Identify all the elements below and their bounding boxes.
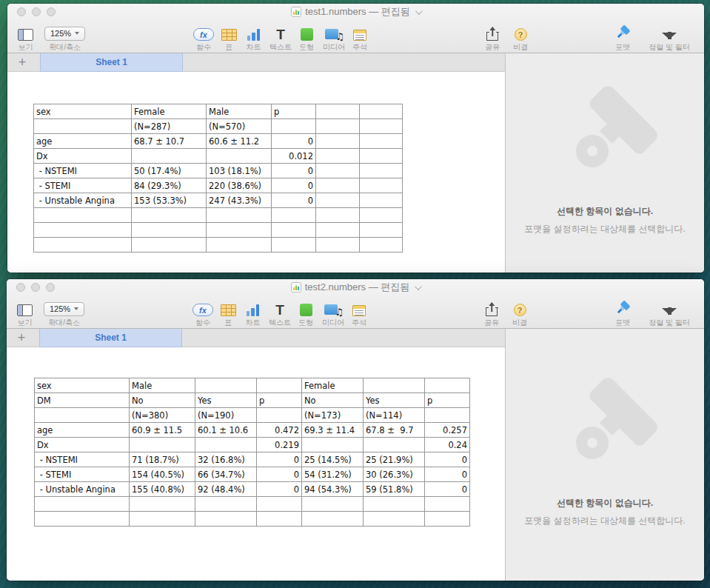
- table-cell[interactable]: [316, 104, 360, 119]
- table-cell[interactable]: [34, 208, 132, 223]
- table-cell[interactable]: [130, 438, 195, 452]
- table-cell[interactable]: 25 (14.5%): [302, 452, 364, 467]
- table-cell[interactable]: Yes: [195, 393, 257, 408]
- table-cell[interactable]: age: [34, 134, 132, 149]
- table-cell[interactable]: 0: [272, 178, 316, 193]
- table-cell[interactable]: 59 (51.8%): [364, 482, 425, 497]
- table-cell[interactable]: - STEMI: [34, 178, 132, 193]
- table-cell[interactable]: 50 (17.4%): [132, 164, 207, 178]
- table-cell[interactable]: 0.257: [425, 423, 470, 438]
- table-cell[interactable]: [364, 438, 425, 452]
- sort-filter-button[interactable]: 정렬 및 필터: [640, 22, 698, 53]
- zoom-control[interactable]: 125% 확대/축소: [44, 298, 84, 328]
- text-button[interactable]: T 텍스트: [267, 22, 294, 53]
- chart-button[interactable]: 차트: [239, 298, 267, 328]
- table-cell[interactable]: [257, 408, 302, 423]
- table-cell[interactable]: 60.6 ± 11.2: [207, 134, 272, 149]
- sheet-canvas[interactable]: sexFemaleMalep(N=287)(N=570)age68.7 ± 10…: [7, 72, 505, 273]
- table-cell[interactable]: [272, 208, 316, 223]
- table-cell[interactable]: 0: [272, 164, 316, 178]
- comment-button[interactable]: 주석: [349, 22, 371, 53]
- table-cell[interactable]: sex: [34, 104, 132, 119]
- table-cell[interactable]: [34, 238, 132, 253]
- sheet-tab-active[interactable]: Sheet 1: [40, 53, 183, 72]
- table-cell[interactable]: 220 (38.6%): [207, 178, 272, 193]
- table-cell[interactable]: 60.1 ± 10.6: [195, 423, 257, 438]
- help-button[interactable]: ? 비결: [509, 298, 531, 328]
- table-cell[interactable]: 0.219: [257, 438, 302, 452]
- table-cell[interactable]: [302, 438, 364, 452]
- table-cell[interactable]: [316, 164, 360, 178]
- table-cell[interactable]: [207, 149, 272, 164]
- view-button[interactable]: 보기: [17, 298, 33, 328]
- table-cell[interactable]: [316, 119, 360, 134]
- table-cell[interactable]: [360, 238, 403, 253]
- table-cell[interactable]: [360, 134, 403, 149]
- table-cell[interactable]: p: [425, 393, 470, 408]
- table-cell[interactable]: - Unstable Angina: [34, 193, 132, 208]
- table-cell[interactable]: p: [257, 393, 302, 408]
- help-button[interactable]: ? 비결: [509, 22, 532, 53]
- shape-button[interactable]: 도형: [294, 22, 319, 53]
- table-cell[interactable]: 92 (48.4%): [195, 482, 257, 497]
- table-cell[interactable]: Female: [132, 104, 207, 119]
- function-button[interactable]: fx 함수: [190, 22, 218, 53]
- table-cell[interactable]: 0.24: [425, 438, 470, 452]
- table-cell[interactable]: [195, 438, 257, 452]
- table-cell[interactable]: [195, 378, 257, 393]
- table-cell[interactable]: 71 (18.7%): [130, 452, 195, 467]
- table-cell[interactable]: 25 (21.9%): [364, 452, 425, 467]
- table-button[interactable]: 표: [217, 298, 239, 328]
- table-cell[interactable]: 0: [257, 467, 302, 482]
- table-cell[interactable]: [257, 512, 302, 527]
- table-cell[interactable]: [360, 104, 403, 119]
- table-cell[interactable]: [425, 512, 470, 527]
- title-chevron-icon[interactable]: [415, 283, 422, 290]
- table-cell[interactable]: Female: [302, 378, 364, 393]
- media-button[interactable]: ♫ 미디어: [318, 298, 348, 328]
- text-button[interactable]: T 텍스트: [267, 298, 293, 328]
- table-cell[interactable]: 0: [425, 467, 470, 482]
- table-cell[interactable]: (N=287): [132, 119, 207, 134]
- table-cell[interactable]: [130, 512, 195, 527]
- table-cell[interactable]: [360, 119, 403, 134]
- function-button[interactable]: fx 함수: [189, 298, 217, 328]
- table-cell[interactable]: 69.3 ± 11.4: [302, 423, 364, 438]
- table-cell[interactable]: [360, 223, 403, 238]
- table-cell[interactable]: [316, 223, 360, 238]
- chart-button[interactable]: 차트: [240, 22, 267, 53]
- table-cell[interactable]: Male: [207, 104, 272, 119]
- table-cell[interactable]: - STEMI: [35, 467, 130, 482]
- table-cell[interactable]: 0: [425, 482, 470, 497]
- minimize-button[interactable]: [32, 7, 41, 16]
- table-cell[interactable]: (N=173): [302, 408, 364, 423]
- table-cell[interactable]: 67.8 ± 9.7: [364, 423, 425, 438]
- table-cell[interactable]: [425, 378, 470, 393]
- table-cell[interactable]: [302, 512, 364, 527]
- table-cell[interactable]: [302, 497, 364, 512]
- close-button[interactable]: [17, 7, 26, 16]
- sort-filter-button[interactable]: 정렬 및 필터: [640, 298, 698, 328]
- table-cell[interactable]: Dx: [34, 149, 132, 164]
- table-cell[interactable]: No: [302, 393, 364, 408]
- table-cell[interactable]: [132, 223, 207, 238]
- table-cell[interactable]: 0: [257, 452, 302, 467]
- table-cell[interactable]: [272, 119, 316, 134]
- table-cell[interactable]: 155 (40.8%): [130, 482, 195, 497]
- table-cell[interactable]: (N=380): [130, 408, 195, 423]
- table-cell[interactable]: 30 (26.3%): [364, 467, 425, 482]
- table-cell[interactable]: Yes: [364, 393, 425, 408]
- table-cell[interactable]: 247 (43.3%): [207, 193, 272, 208]
- table-cell[interactable]: [132, 149, 207, 164]
- table-cell[interactable]: [316, 238, 360, 253]
- share-button[interactable]: 공유: [480, 298, 503, 328]
- table-cell[interactable]: No: [130, 393, 195, 408]
- table-cell[interactable]: [360, 193, 403, 208]
- table-cell[interactable]: [34, 223, 132, 238]
- table-cell[interactable]: [316, 134, 360, 149]
- table-cell[interactable]: Male: [130, 378, 195, 393]
- table-cell[interactable]: age: [35, 423, 130, 438]
- add-sheet-button[interactable]: +: [15, 54, 30, 70]
- close-button[interactable]: [16, 283, 25, 292]
- table-cell[interactable]: 0: [272, 193, 316, 208]
